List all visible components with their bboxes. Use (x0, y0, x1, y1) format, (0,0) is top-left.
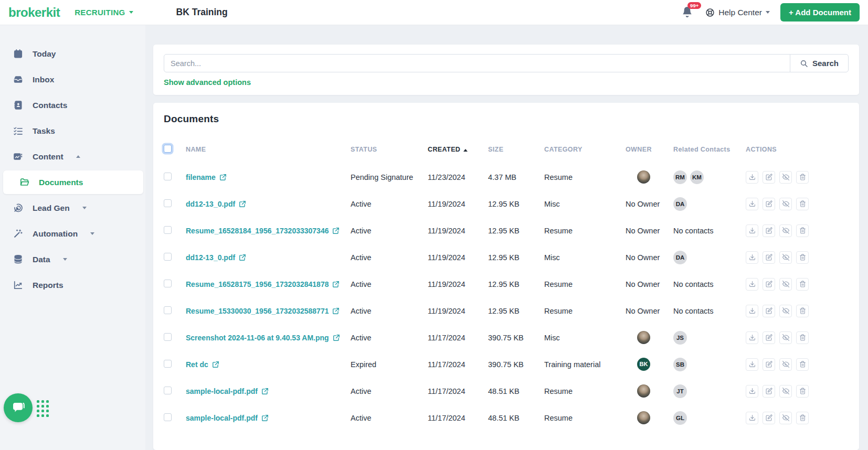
related-contact-badge[interactable]: DA (673, 197, 687, 211)
hide-action-button[interactable] (779, 251, 792, 264)
document-link[interactable]: Ret dc (186, 360, 219, 369)
sidebar-item-contacts[interactable]: Contacts (0, 92, 145, 118)
document-link[interactable]: Resume_15330030_1956_1732032588771 (186, 307, 340, 315)
download-action-button[interactable] (746, 171, 758, 184)
sidebar-item-lead-gen[interactable]: Lead Gen (0, 195, 145, 221)
hide-action-button[interactable] (779, 224, 792, 237)
hide-action-button[interactable] (779, 331, 792, 344)
notifications-button[interactable]: 99+ (681, 6, 695, 19)
download-action-button[interactable] (746, 385, 758, 398)
sidebar-item-content[interactable]: Content (0, 144, 145, 169)
related-contact-badge[interactable]: SB (673, 358, 687, 371)
owner-avatar[interactable]: BK (637, 358, 650, 371)
edit-action-button[interactable] (763, 385, 775, 398)
document-link[interactable]: sample-local-pdf.pdf (186, 387, 269, 395)
row-checkbox[interactable] (164, 199, 172, 207)
search-input[interactable] (164, 54, 790, 72)
delete-action-button[interactable] (796, 412, 809, 424)
hide-action-button[interactable] (779, 278, 792, 291)
brokerkit-logo[interactable]: brokerkit (8, 5, 60, 20)
column-header-owner[interactable]: OWNER (626, 142, 673, 164)
hide-action-button[interactable] (779, 358, 792, 371)
edit-action-button[interactable] (763, 305, 775, 317)
sidebar-item-data[interactable]: Data (0, 247, 145, 272)
related-contact-badge[interactable]: JS (673, 331, 687, 345)
hide-action-button[interactable] (779, 171, 792, 184)
edit-action-button[interactable] (763, 251, 775, 264)
download-action-button[interactable] (746, 224, 758, 237)
delete-action-button[interactable] (796, 358, 809, 371)
owner-avatar[interactable] (637, 170, 650, 184)
chat-drag-handle-dots[interactable] (37, 400, 49, 417)
related-contact-badge[interactable]: RM (673, 170, 687, 184)
delete-action-button[interactable] (796, 251, 809, 264)
edit-action-button[interactable] (763, 278, 775, 291)
hide-action-button[interactable] (779, 385, 792, 398)
delete-action-button[interactable] (796, 305, 809, 317)
row-checkbox[interactable] (164, 280, 172, 287)
row-checkbox[interactable] (164, 333, 172, 341)
document-link[interactable]: Resume_16528184_1956_1732033307346 (186, 227, 340, 235)
edit-action-button[interactable] (763, 358, 775, 371)
edit-action-button[interactable] (763, 224, 775, 237)
row-checkbox[interactable] (164, 360, 172, 368)
edit-action-button[interactable] (763, 412, 775, 424)
document-link[interactable]: filename (186, 173, 227, 181)
row-checkbox[interactable] (164, 387, 172, 394)
related-contact-badge[interactable]: KM (690, 170, 704, 184)
download-action-button[interactable] (746, 251, 758, 264)
download-action-button[interactable] (746, 305, 758, 317)
column-header-name[interactable]: NAME (186, 142, 351, 164)
download-action-button[interactable] (746, 412, 758, 424)
workspace-dropdown[interactable]: RECRUITING (75, 8, 133, 17)
sidebar-item-reports[interactable]: Reports (0, 272, 145, 298)
document-link[interactable]: Resume_16528175_1956_1732032841878 (186, 280, 340, 288)
sidebar-item-inbox[interactable]: Inbox (0, 67, 145, 92)
delete-action-button[interactable] (796, 171, 809, 184)
row-checkbox[interactable] (164, 253, 172, 261)
column-header-category[interactable]: CATEGORY (544, 142, 626, 164)
hide-action-button[interactable] (779, 305, 792, 317)
help-center-dropdown[interactable]: Help Center (705, 8, 770, 17)
document-link[interactable]: dd12-13_0.pdf (186, 253, 246, 262)
related-contact-badge[interactable]: DA (673, 251, 687, 264)
search-button[interactable]: Search (790, 54, 849, 72)
hide-action-button[interactable] (779, 198, 792, 210)
add-document-button[interactable]: + Add Document (780, 3, 860, 22)
document-link[interactable]: dd12-13_0.pdf (186, 200, 246, 208)
edit-action-button[interactable] (763, 171, 775, 184)
delete-action-button[interactable] (796, 224, 809, 237)
download-action-button[interactable] (746, 278, 758, 291)
row-checkbox[interactable] (164, 173, 172, 180)
hide-action-button[interactable] (779, 412, 792, 424)
document-link[interactable]: Screenshot 2024-11-06 at 9.40.53 AM.png (186, 334, 340, 342)
show-advanced-options-link[interactable]: Show advanced options (164, 78, 251, 87)
owner-avatar[interactable] (637, 411, 650, 424)
row-checkbox[interactable] (164, 226, 172, 234)
delete-action-button[interactable] (796, 331, 809, 344)
column-header-size[interactable]: SIZE (488, 142, 544, 164)
download-action-button[interactable] (746, 358, 758, 371)
row-checkbox[interactable] (164, 306, 172, 314)
select-all-checkbox[interactable] (164, 145, 172, 153)
related-contact-badge[interactable]: GL (673, 411, 687, 425)
owner-avatar[interactable] (637, 331, 650, 344)
owner-avatar[interactable] (637, 384, 650, 398)
download-action-button[interactable] (746, 331, 758, 344)
delete-action-button[interactable] (796, 198, 809, 210)
document-link[interactable]: sample-local-pdf.pdf (186, 414, 269, 422)
sidebar-item-documents[interactable]: Documents (3, 170, 143, 194)
edit-action-button[interactable] (763, 198, 775, 210)
sidebar-item-automation[interactable]: Automation (0, 221, 145, 247)
edit-action-button[interactable] (763, 331, 775, 344)
sidebar-item-tasks[interactable]: Tasks (0, 118, 145, 144)
delete-action-button[interactable] (796, 278, 809, 291)
chat-widget-button[interactable] (4, 393, 33, 422)
download-action-button[interactable] (746, 198, 758, 210)
row-checkbox[interactable] (164, 413, 172, 421)
related-contact-badge[interactable]: JT (673, 384, 687, 398)
column-header-related-contacts[interactable]: Related Contacts (673, 142, 746, 164)
sidebar-item-today[interactable]: Today (0, 41, 145, 67)
column-header-created[interactable]: CREATED (428, 142, 488, 164)
column-header-status[interactable]: STATUS (351, 142, 428, 164)
